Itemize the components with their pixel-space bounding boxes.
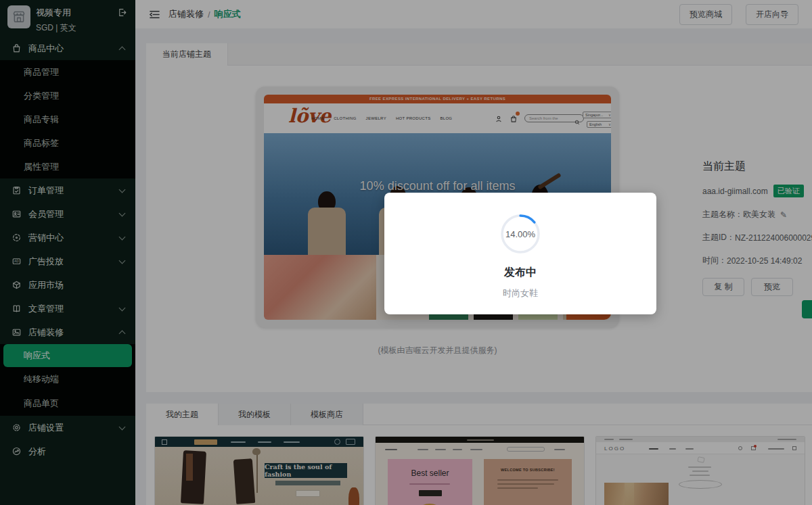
progress-percent: 14.00% — [499, 213, 541, 255]
screen: 视频专用 SGD | 英文 商品中心 商品管理 分类管理 商品专辑 — [0, 0, 812, 505]
publish-progress-modal: 14.00% 发布中 时尚女鞋 — [384, 193, 656, 314]
publishing-theme-name: 时尚女鞋 — [384, 287, 656, 299]
publish-status-text: 发布中 — [384, 266, 656, 280]
progress-ring: 14.00% — [499, 213, 541, 255]
